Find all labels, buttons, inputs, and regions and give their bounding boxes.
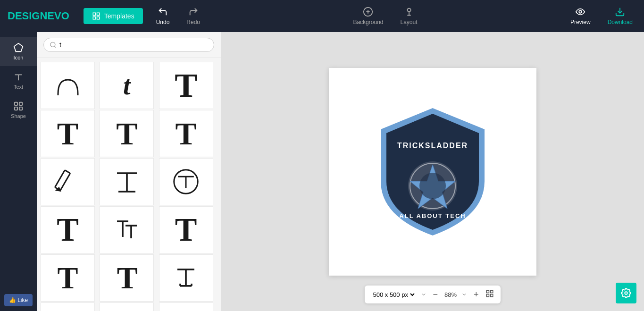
logo: DESIGNEVO: [8, 10, 69, 22]
search-input[interactable]: [59, 41, 208, 49]
search-bar: [37, 32, 221, 58]
icon-panel: t T T T T T T T T: [37, 32, 221, 311]
svg-rect-44: [486, 290, 489, 293]
canvas-area: TRICKSLADDER ALL ABOUT TECH 500 x 500 px…: [221, 32, 644, 311]
canvas[interactable]: TRICKSLADDER ALL ABOUT TECH: [329, 68, 536, 276]
svg-rect-13: [19, 102, 22, 105]
icon-cell-pencil[interactable]: [41, 158, 95, 205]
svg-text:ALL ABOUT TECH: ALL ABOUT TECH: [399, 212, 466, 219]
svg-point-48: [625, 292, 627, 294]
svg-rect-0: [93, 13, 95, 15]
svg-rect-14: [15, 107, 17, 110]
icon-cell-t-bold2[interactable]: T: [100, 254, 154, 302]
zoom-dropdown-icon: [461, 292, 467, 297]
icon-cell-t-condensed[interactable]: T: [159, 303, 213, 311]
svg-text:TRICKSLADDER: TRICKSLADDER: [397, 142, 468, 150]
logo-part2: EVO: [47, 10, 69, 22]
svg-rect-15: [19, 107, 22, 110]
svg-point-4: [407, 8, 410, 12]
svg-rect-46: [486, 294, 489, 297]
size-select[interactable]: 500 x 500 px: [371, 291, 416, 299]
main-area: Icon Text Shape 👍 Like: [0, 32, 644, 311]
logo-svg: TRICKSLADDER ALL ABOUT TECH: [371, 103, 494, 240]
svg-marker-9: [14, 43, 23, 51]
icon-cell-t-outline2[interactable]: T: [100, 110, 154, 157]
background-icon: [363, 7, 373, 17]
icon-cell-t-serif-sm[interactable]: T: [100, 303, 154, 311]
icon-cell-t-outline1[interactable]: T: [41, 110, 95, 157]
zoom-in-button[interactable]: +: [472, 290, 481, 300]
svg-rect-45: [490, 290, 493, 293]
templates-button[interactable]: Templates: [84, 8, 143, 24]
icon-cell-serif-t1[interactable]: T: [159, 62, 213, 109]
icon-cell-tumblr-t[interactable]: t: [100, 62, 154, 109]
redo-button[interactable]: Redo: [183, 7, 204, 25]
sidebar-bottom: 👍 Like: [0, 289, 37, 311]
canvas-bottom-bar: 500 x 500 px − 88% +: [364, 286, 500, 303]
svg-rect-3: [97, 17, 99, 19]
icon-grid: t T T T T T T T T: [37, 58, 221, 311]
search-icon: [50, 41, 57, 49]
undo-button[interactable]: Undo: [152, 7, 174, 25]
svg-rect-20: [55, 170, 70, 191]
settings-icon: [621, 288, 631, 298]
like-button[interactable]: 👍 Like: [4, 294, 33, 306]
left-sidebar: Icon Text Shape 👍 Like: [0, 32, 37, 311]
svg-rect-1: [97, 13, 99, 15]
settings-fab[interactable]: [616, 283, 636, 303]
svg-rect-2: [93, 17, 95, 19]
zoom-out-button[interactable]: −: [431, 290, 440, 300]
grid-icon: [485, 289, 494, 298]
templates-icon: [92, 12, 100, 20]
icon-cell-arch[interactable]: [41, 62, 95, 109]
icon-cell-t-double[interactable]: T: [159, 110, 213, 157]
preview-icon: [575, 7, 585, 17]
icon-cell-t-serif-lg1[interactable]: T: [41, 206, 95, 253]
icon-cell-t-pillar[interactable]: [100, 158, 154, 205]
icon-cell-t-bold1[interactable]: T: [41, 254, 95, 302]
layout-button[interactable]: Layout: [396, 7, 421, 25]
icon-cell-t-double2[interactable]: [100, 206, 154, 253]
shape-icon: [13, 101, 24, 111]
svg-rect-12: [15, 102, 17, 105]
sidebar-item-shape[interactable]: Shape: [0, 95, 37, 125]
preview-button[interactable]: Preview: [567, 7, 594, 25]
icon-cell-house-icon[interactable]: [41, 303, 95, 311]
diamond-icon: [13, 42, 24, 53]
download-icon: [615, 7, 625, 17]
navbar: DESIGNEVO Templates Undo Redo Background…: [0, 0, 644, 32]
svg-point-7: [579, 10, 582, 13]
layout-icon: [404, 7, 414, 17]
svg-point-16: [50, 42, 55, 47]
svg-rect-47: [490, 294, 493, 297]
grid-toggle-button[interactable]: [485, 289, 494, 300]
icon-cell-t-circle[interactable]: [159, 158, 213, 205]
download-button[interactable]: Download: [604, 7, 636, 25]
icon-cell-t-bracket[interactable]: [159, 254, 213, 302]
undo-icon: [158, 7, 168, 17]
size-dropdown-icon: [420, 292, 426, 297]
icon-cell-t-serif-lg2[interactable]: T: [159, 206, 213, 253]
sidebar-item-icon[interactable]: Icon: [0, 37, 37, 66]
svg-point-42: [419, 173, 446, 199]
logo-part1: DESIGN: [8, 10, 47, 22]
sidebar-item-text[interactable]: Text: [0, 66, 37, 95]
search-input-wrap[interactable]: [43, 38, 214, 52]
text-icon: [13, 72, 24, 82]
redo-icon: [188, 7, 199, 17]
zoom-value: 88%: [444, 291, 457, 298]
background-button[interactable]: Background: [349, 7, 387, 25]
svg-line-17: [54, 46, 56, 48]
